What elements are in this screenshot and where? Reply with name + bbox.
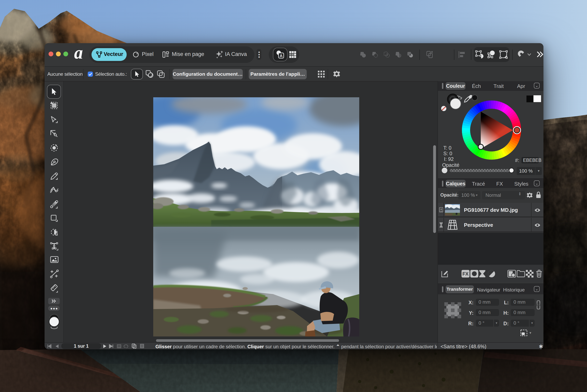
svg-text:S: 0: S: 0 <box>443 151 452 156</box>
svg-text:T: 0: T: 0 <box>443 145 451 151</box>
svg-text:#:: #: <box>515 158 519 163</box>
svg-text:FX: FX <box>462 271 468 276</box>
svg-text:A: A <box>280 54 282 58</box>
svg-text:EBEBEB: EBEBEB <box>523 158 542 163</box>
svg-text:I: 92: I: 92 <box>444 156 454 162</box>
